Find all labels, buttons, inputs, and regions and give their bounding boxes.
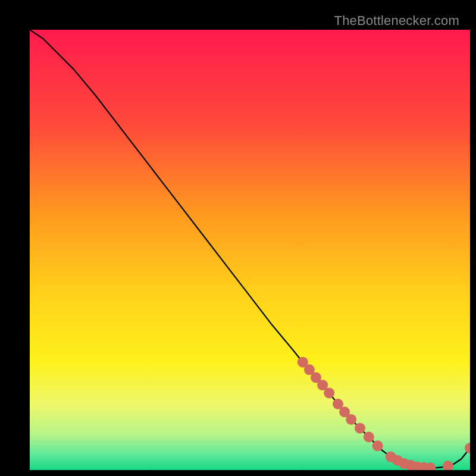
chart-plot xyxy=(30,30,470,470)
chart-frame: TheBottlenecker.com xyxy=(12,12,464,464)
chart-marker xyxy=(372,440,383,451)
chart-marker xyxy=(324,388,334,399)
chart-marker xyxy=(346,414,356,425)
watermark-text: TheBottlenecker.com xyxy=(334,13,459,29)
chart-svg xyxy=(30,30,470,470)
chart-marker xyxy=(355,423,365,434)
chart-marker xyxy=(364,432,374,443)
